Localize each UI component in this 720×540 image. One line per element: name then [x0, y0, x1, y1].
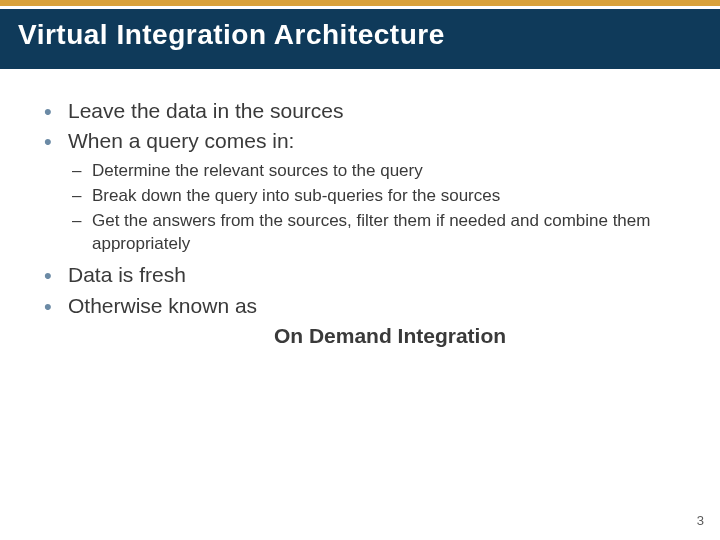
list-item: Determine the relevant sources to the qu… [68, 160, 680, 183]
list-item: Break down the query into sub-queries fo… [68, 185, 680, 208]
bullet-text: Otherwise known as [68, 294, 257, 317]
bullet-text: Determine the relevant sources to the qu… [92, 161, 423, 180]
page-number: 3 [697, 513, 704, 528]
bullet-text: Get the answers from the sources, filter… [92, 211, 650, 253]
sub-bullet-list: Determine the relevant sources to the qu… [68, 160, 680, 256]
bullet-text: When a query comes in: [68, 129, 294, 152]
slide: Virtual Integration Architecture Leave t… [0, 0, 720, 540]
list-item: Data is fresh [40, 261, 680, 289]
content-area: Leave the data in the sources When a que… [0, 69, 720, 348]
list-item: When a query comes in: Determine the rel… [40, 127, 680, 255]
bullet-text: Leave the data in the sources [68, 99, 344, 122]
title-band: Virtual Integration Architecture [0, 6, 720, 69]
list-item: Get the answers from the sources, filter… [68, 210, 680, 256]
bullet-list: Leave the data in the sources When a que… [40, 97, 680, 320]
list-item: Leave the data in the sources [40, 97, 680, 125]
bullet-text: Break down the query into sub-queries fo… [92, 186, 500, 205]
list-item: Otherwise known as [40, 292, 680, 320]
bullet-text: Data is fresh [68, 263, 186, 286]
slide-title: Virtual Integration Architecture [0, 9, 720, 69]
emphasis-text: On Demand Integration [40, 324, 680, 348]
